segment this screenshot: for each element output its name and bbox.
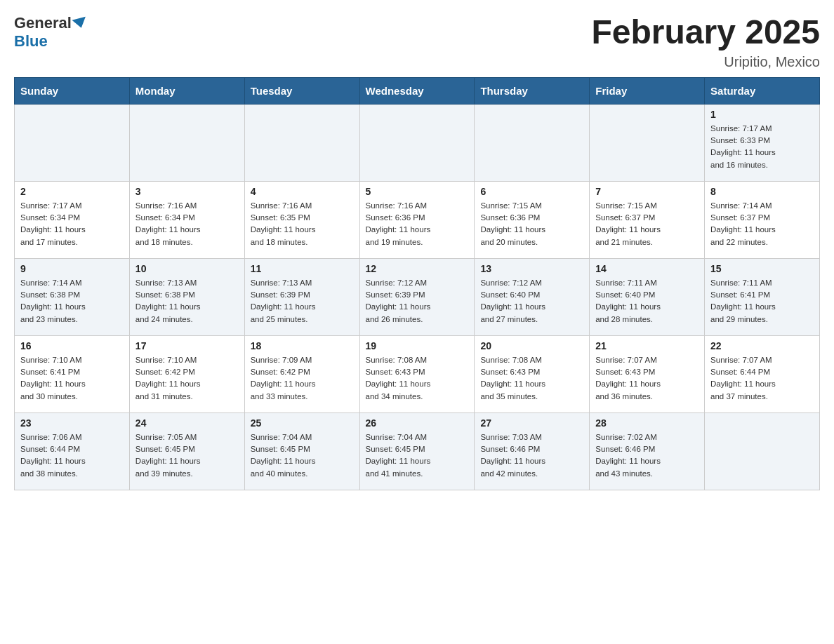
- calendar-cell: [244, 104, 359, 181]
- day-number: 11: [251, 263, 354, 274]
- day-number: 28: [595, 417, 699, 429]
- calendar-cell: 25Sunrise: 7:04 AM Sunset: 6:45 PM Dayli…: [244, 412, 359, 490]
- day-info: Sunrise: 7:13 AM Sunset: 6:38 PM Dayligh…: [135, 277, 239, 326]
- day-info: Sunrise: 7:15 AM Sunset: 6:36 PM Dayligh…: [480, 200, 583, 248]
- day-number: 22: [710, 340, 814, 351]
- day-number: 12: [366, 263, 469, 274]
- day-info: Sunrise: 7:12 AM Sunset: 6:39 PM Dayligh…: [366, 277, 469, 326]
- day-number: 20: [480, 340, 583, 351]
- day-info: Sunrise: 7:04 AM Sunset: 6:45 PM Dayligh…: [366, 431, 469, 480]
- day-info: Sunrise: 7:14 AM Sunset: 6:38 PM Dayligh…: [20, 277, 124, 326]
- calendar-row: 9Sunrise: 7:14 AM Sunset: 6:38 PM Daylig…: [15, 258, 820, 335]
- day-info: Sunrise: 7:09 AM Sunset: 6:42 PM Dayligh…: [251, 354, 354, 403]
- day-info: Sunrise: 7:14 AM Sunset: 6:37 PM Dayligh…: [710, 200, 814, 248]
- day-number: 10: [135, 263, 239, 274]
- day-number: 17: [135, 340, 239, 351]
- calendar-cell: 8Sunrise: 7:14 AM Sunset: 6:37 PM Daylig…: [705, 181, 820, 258]
- day-info: Sunrise: 7:13 AM Sunset: 6:39 PM Dayligh…: [251, 277, 354, 326]
- day-info: Sunrise: 7:11 AM Sunset: 6:40 PM Dayligh…: [595, 277, 699, 326]
- calendar-cell: 13Sunrise: 7:12 AM Sunset: 6:40 PM Dayli…: [475, 258, 590, 335]
- calendar-cell: 16Sunrise: 7:10 AM Sunset: 6:41 PM Dayli…: [15, 335, 130, 412]
- day-number: 5: [366, 186, 469, 197]
- day-number: 21: [595, 340, 699, 351]
- col-thursday: Thursday: [475, 77, 590, 104]
- day-number: 4: [251, 186, 354, 197]
- day-info: Sunrise: 7:12 AM Sunset: 6:40 PM Dayligh…: [480, 277, 583, 326]
- day-number: 1: [710, 109, 814, 120]
- location-text: Uripitio, Mexico: [591, 54, 820, 70]
- calendar-cell: 11Sunrise: 7:13 AM Sunset: 6:39 PM Dayli…: [244, 258, 359, 335]
- day-info: Sunrise: 7:08 AM Sunset: 6:43 PM Dayligh…: [366, 354, 469, 403]
- calendar-cell: 21Sunrise: 7:07 AM Sunset: 6:43 PM Dayli…: [590, 335, 705, 412]
- calendar-cell: 15Sunrise: 7:11 AM Sunset: 6:41 PM Dayli…: [705, 258, 820, 335]
- logo-arrow-icon: [72, 17, 88, 30]
- calendar-cell: [15, 104, 130, 181]
- calendar-cell: [705, 412, 820, 490]
- calendar-body: 1Sunrise: 7:17 AM Sunset: 6:33 PM Daylig…: [15, 104, 820, 490]
- day-info: Sunrise: 7:07 AM Sunset: 6:44 PM Dayligh…: [710, 354, 814, 403]
- calendar-cell: 2Sunrise: 7:17 AM Sunset: 6:34 PM Daylig…: [15, 181, 130, 258]
- day-info: Sunrise: 7:03 AM Sunset: 6:46 PM Dayligh…: [480, 431, 583, 480]
- day-number: 25: [251, 417, 354, 429]
- calendar-cell: 10Sunrise: 7:13 AM Sunset: 6:38 PM Dayli…: [129, 258, 244, 335]
- day-info: Sunrise: 7:05 AM Sunset: 6:45 PM Dayligh…: [135, 431, 239, 480]
- calendar-cell: [475, 104, 590, 181]
- logo-blue-text: Blue: [14, 32, 48, 51]
- col-monday: Monday: [129, 77, 244, 104]
- calendar-header: Sunday Monday Tuesday Wednesday Thursday…: [15, 77, 820, 104]
- calendar-cell: 17Sunrise: 7:10 AM Sunset: 6:42 PM Dayli…: [129, 335, 244, 412]
- calendar-cell: 18Sunrise: 7:09 AM Sunset: 6:42 PM Dayli…: [244, 335, 359, 412]
- calendar-cell: 26Sunrise: 7:04 AM Sunset: 6:45 PM Dayli…: [359, 412, 475, 490]
- day-number: 7: [595, 186, 699, 197]
- title-section: February 2025 Uripitio, Mexico: [591, 14, 820, 70]
- day-info: Sunrise: 7:07 AM Sunset: 6:43 PM Dayligh…: [595, 354, 699, 403]
- day-number: 24: [135, 417, 239, 429]
- calendar-cell: 14Sunrise: 7:11 AM Sunset: 6:40 PM Dayli…: [590, 258, 705, 335]
- calendar-row: 16Sunrise: 7:10 AM Sunset: 6:41 PM Dayli…: [15, 335, 820, 412]
- header-row: Sunday Monday Tuesday Wednesday Thursday…: [15, 77, 820, 104]
- calendar-table: Sunday Monday Tuesday Wednesday Thursday…: [14, 77, 820, 490]
- day-info: Sunrise: 7:16 AM Sunset: 6:34 PM Dayligh…: [135, 200, 239, 248]
- day-info: Sunrise: 7:16 AM Sunset: 6:36 PM Dayligh…: [366, 200, 469, 248]
- calendar-cell: 22Sunrise: 7:07 AM Sunset: 6:44 PM Dayli…: [705, 335, 820, 412]
- logo: General Blue: [14, 14, 88, 51]
- calendar-cell: 4Sunrise: 7:16 AM Sunset: 6:35 PM Daylig…: [244, 181, 359, 258]
- col-wednesday: Wednesday: [359, 77, 475, 104]
- calendar-cell: 24Sunrise: 7:05 AM Sunset: 6:45 PM Dayli…: [129, 412, 244, 490]
- day-info: Sunrise: 7:17 AM Sunset: 6:34 PM Dayligh…: [20, 200, 124, 248]
- page-header: General Blue February 2025 Uripitio, Mex…: [14, 14, 820, 70]
- col-tuesday: Tuesday: [244, 77, 359, 104]
- calendar-cell: 3Sunrise: 7:16 AM Sunset: 6:34 PM Daylig…: [129, 181, 244, 258]
- col-sunday: Sunday: [15, 77, 130, 104]
- calendar-row: 23Sunrise: 7:06 AM Sunset: 6:44 PM Dayli…: [15, 412, 820, 490]
- day-number: 8: [710, 186, 814, 197]
- day-number: 23: [20, 417, 124, 429]
- col-saturday: Saturday: [705, 77, 820, 104]
- day-number: 6: [480, 186, 583, 197]
- day-number: 3: [135, 186, 239, 197]
- day-info: Sunrise: 7:10 AM Sunset: 6:42 PM Dayligh…: [135, 354, 239, 403]
- calendar-cell: 20Sunrise: 7:08 AM Sunset: 6:43 PM Dayli…: [475, 335, 590, 412]
- calendar-cell: 7Sunrise: 7:15 AM Sunset: 6:37 PM Daylig…: [590, 181, 705, 258]
- calendar-cell: 5Sunrise: 7:16 AM Sunset: 6:36 PM Daylig…: [359, 181, 475, 258]
- day-number: 16: [20, 340, 124, 351]
- day-info: Sunrise: 7:04 AM Sunset: 6:45 PM Dayligh…: [251, 431, 354, 480]
- calendar-cell: 27Sunrise: 7:03 AM Sunset: 6:46 PM Dayli…: [475, 412, 590, 490]
- day-number: 2: [20, 186, 124, 197]
- calendar-row: 1Sunrise: 7:17 AM Sunset: 6:33 PM Daylig…: [15, 104, 820, 181]
- calendar-cell: 1Sunrise: 7:17 AM Sunset: 6:33 PM Daylig…: [705, 104, 820, 181]
- calendar-cell: [590, 104, 705, 181]
- day-info: Sunrise: 7:15 AM Sunset: 6:37 PM Dayligh…: [595, 200, 699, 248]
- calendar-cell: 12Sunrise: 7:12 AM Sunset: 6:39 PM Dayli…: [359, 258, 475, 335]
- day-info: Sunrise: 7:11 AM Sunset: 6:41 PM Dayligh…: [710, 277, 814, 326]
- day-number: 26: [366, 417, 469, 429]
- logo-general-text: General: [14, 14, 72, 32]
- col-friday: Friday: [590, 77, 705, 104]
- day-info: Sunrise: 7:17 AM Sunset: 6:33 PM Dayligh…: [710, 123, 814, 171]
- day-info: Sunrise: 7:02 AM Sunset: 6:46 PM Dayligh…: [595, 431, 699, 480]
- calendar-cell: 23Sunrise: 7:06 AM Sunset: 6:44 PM Dayli…: [15, 412, 130, 490]
- calendar-row: 2Sunrise: 7:17 AM Sunset: 6:34 PM Daylig…: [15, 181, 820, 258]
- month-title: February 2025: [591, 14, 820, 51]
- day-info: Sunrise: 7:16 AM Sunset: 6:35 PM Dayligh…: [251, 200, 354, 248]
- day-number: 9: [20, 263, 124, 274]
